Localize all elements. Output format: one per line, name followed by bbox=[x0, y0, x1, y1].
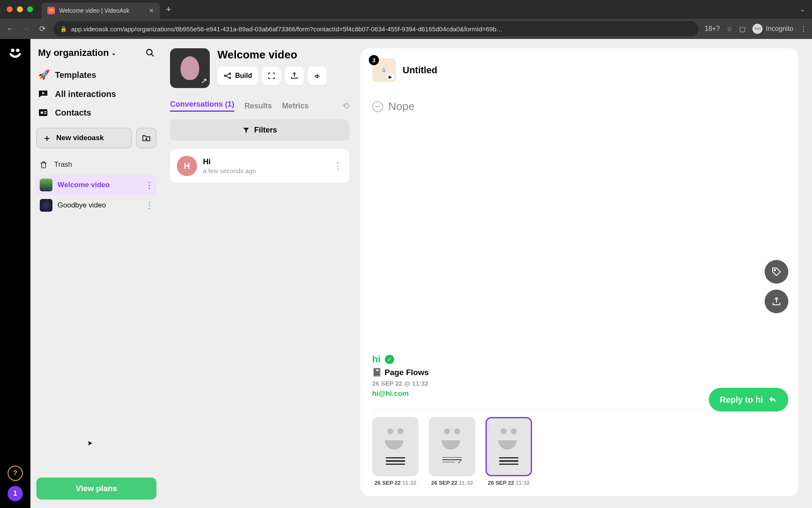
svg-line-14 bbox=[226, 74, 229, 76]
contacts-icon bbox=[38, 108, 49, 118]
star-icon[interactable]: ☆ bbox=[727, 25, 732, 33]
tab-results[interactable]: Results bbox=[244, 102, 272, 110]
filters-label: Filters bbox=[254, 126, 277, 135]
kebab-icon[interactable]: ⋮ bbox=[145, 180, 153, 190]
cursor-icon: ➤ bbox=[87, 439, 93, 447]
browser-toolbar: ← → ⟳ 🔒 app.videoask.com/app/organizatio… bbox=[0, 19, 812, 39]
text-answer-icon: ••• bbox=[372, 101, 383, 112]
sidebar-item-interactions[interactable]: All interactions bbox=[38, 89, 155, 99]
response-card[interactable]: 26 SEP 22 11:32 bbox=[372, 417, 419, 486]
svg-point-13 bbox=[229, 77, 230, 78]
lock-icon: 🔒 bbox=[60, 26, 67, 32]
svg-point-16 bbox=[774, 270, 776, 271]
verified-icon: ✓ bbox=[385, 355, 394, 364]
step-title: Untitled bbox=[403, 65, 437, 76]
tabs-chevron-icon[interactable]: ⌄ bbox=[800, 6, 805, 13]
window-zoom-icon[interactable] bbox=[27, 6, 33, 12]
notifications-button[interactable]: 1 bbox=[8, 486, 23, 501]
expand-icon: ↗ bbox=[201, 76, 207, 86]
incognito-label: Incognito bbox=[766, 25, 793, 33]
kebab-menu-icon[interactable]: ⋮ bbox=[800, 25, 807, 33]
url-text: app.videoask.com/app/organizations/8b955… bbox=[71, 25, 692, 33]
sidebar-item-label: Templates bbox=[55, 70, 96, 80]
sidebar-video-welcome[interactable]: Welcome video ⋮ bbox=[36, 175, 156, 195]
qr-button[interactable] bbox=[262, 66, 281, 85]
svg-point-1 bbox=[16, 49, 19, 52]
play-icon: ▶ bbox=[387, 73, 394, 80]
view-plans-button[interactable]: View plans bbox=[36, 478, 156, 500]
new-videoask-button[interactable]: ＋ New videoask bbox=[36, 128, 132, 148]
form-title: Welcome video bbox=[217, 48, 326, 61]
sidebar-item-templates[interactable]: 🚀 Templates bbox=[38, 69, 155, 80]
tab-conversations[interactable]: Conversations (1) bbox=[170, 100, 234, 112]
plus-icon: ＋ bbox=[43, 133, 51, 144]
video-label: Welcome video bbox=[58, 181, 110, 189]
response-card[interactable]: 26 SEP 22 11:32 bbox=[429, 417, 475, 486]
videoask-logo-icon[interactable] bbox=[9, 47, 22, 59]
sidebar-item-trash[interactable]: Trash bbox=[36, 154, 156, 175]
svg-point-12 bbox=[229, 73, 230, 74]
tab-title: Welcome video | VideoAsk bbox=[59, 7, 129, 14]
share-button[interactable] bbox=[285, 66, 304, 85]
download-button[interactable] bbox=[308, 66, 326, 85]
form-thumbnail[interactable]: ↗ bbox=[170, 48, 210, 88]
svg-line-3 bbox=[151, 54, 154, 57]
eye-off-icon[interactable]: 18+? bbox=[705, 25, 720, 33]
window-titlebar: 😃 Welcome video | VideoAsk ✕ + ⌄ bbox=[0, 0, 812, 19]
kebab-icon[interactable]: ⋮ bbox=[145, 200, 153, 210]
tag-button[interactable] bbox=[765, 260, 788, 284]
main-column: ↗ Welcome video Build bbox=[162, 39, 357, 508]
svg-rect-8 bbox=[44, 113, 47, 114]
forward-button: → bbox=[21, 25, 31, 33]
svg-point-11 bbox=[225, 75, 226, 76]
filters-button[interactable]: Filters bbox=[170, 119, 349, 141]
trash-icon bbox=[38, 159, 49, 170]
reload-button[interactable]: ⟳ bbox=[37, 24, 47, 33]
new-folder-button[interactable] bbox=[136, 128, 156, 148]
answer-text: Nope bbox=[388, 100, 414, 113]
reply-label: Reply to hi bbox=[720, 395, 763, 405]
new-videoask-label: New videoask bbox=[56, 134, 104, 142]
build-button[interactable]: Build bbox=[217, 66, 258, 85]
conversation-card[interactable]: H Hi a few seconds ago ⋮ bbox=[170, 149, 349, 183]
rocket-icon: 🚀 bbox=[38, 69, 49, 80]
panel-icon[interactable]: ▢ bbox=[739, 25, 746, 33]
reply-button[interactable]: Reply to hi bbox=[709, 388, 788, 411]
contact-name: Hi bbox=[203, 157, 256, 166]
video-thumbnail-icon bbox=[40, 179, 52, 191]
sidebar-item-contacts[interactable]: Contacts bbox=[38, 108, 155, 118]
org-switcher[interactable]: My organization ⌄ bbox=[38, 47, 116, 58]
step-thumbnail[interactable]: 3 G ▶ bbox=[372, 58, 396, 82]
tab-close-icon[interactable]: ✕ bbox=[149, 7, 154, 14]
response-card-selected[interactable]: 26 SEP 22 11:32 bbox=[486, 417, 532, 486]
svg-line-15 bbox=[226, 76, 229, 78]
search-icon[interactable] bbox=[145, 48, 155, 58]
address-bar[interactable]: 🔒 app.videoask.com/app/organizations/8b9… bbox=[53, 21, 699, 36]
contact-time: a few seconds ago bbox=[203, 167, 256, 174]
back-button[interactable]: ← bbox=[5, 25, 15, 33]
window-close-icon[interactable] bbox=[7, 6, 13, 12]
browser-tab[interactable]: 😃 Welcome video | VideoAsk ✕ bbox=[41, 3, 160, 19]
refresh-icon[interactable]: ⟲ bbox=[342, 101, 349, 111]
window-minimize-icon[interactable] bbox=[17, 6, 23, 12]
tab-favicon-icon: 😃 bbox=[47, 7, 55, 14]
respondent-org: 📓 Page Flows bbox=[372, 367, 787, 377]
svg-point-2 bbox=[147, 50, 152, 55]
export-button[interactable] bbox=[765, 290, 788, 313]
view-plans-label: View plans bbox=[76, 484, 117, 493]
sidebar-item-label: All interactions bbox=[55, 89, 116, 99]
tab-metrics[interactable]: Metrics bbox=[282, 102, 309, 110]
chevron-down-icon: ⌄ bbox=[111, 50, 116, 56]
chat-play-icon bbox=[38, 89, 49, 99]
app-rail: ? 1 bbox=[0, 39, 30, 508]
kebab-icon[interactable]: ⋮ bbox=[333, 160, 343, 171]
sidebar-video-goodbye[interactable]: Goodbye video ⋮ bbox=[36, 196, 156, 215]
build-label: Build bbox=[235, 72, 252, 80]
help-button[interactable]: ? bbox=[8, 466, 23, 481]
video-label: Goodbye video bbox=[58, 201, 106, 210]
response-strip: 26 SEP 22 11:32 26 SEP 22 11:32 bbox=[372, 409, 787, 486]
new-tab-button[interactable]: + bbox=[166, 4, 171, 15]
sidebar: My organization ⌄ 🚀 Templates All intera… bbox=[30, 39, 162, 508]
incognito-indicator[interactable]: 👓 Incognito bbox=[752, 24, 793, 34]
svg-point-6 bbox=[41, 111, 43, 114]
